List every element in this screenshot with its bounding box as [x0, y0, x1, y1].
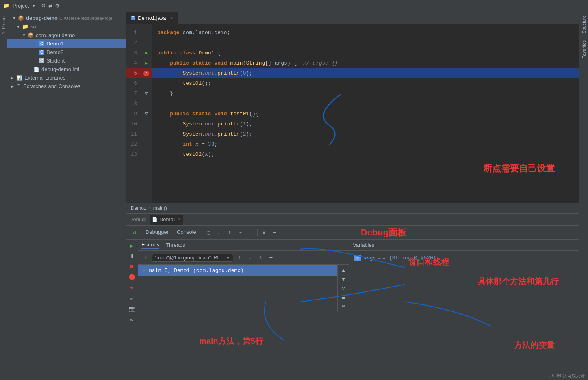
edit-btn[interactable]: ✏ — [128, 294, 137, 303]
thread-down-btn[interactable]: ↓ — [245, 253, 254, 262]
frame-name: main:5, Demo1 (com.lagou.demo) — [149, 268, 244, 274]
right-tab-structure[interactable]: Structure — [581, 12, 587, 37]
breadcrumb: Demo1 › main() — [126, 203, 579, 213]
frames-threads-panel: Frames Threads ✓ "main"@1 in group "main… — [138, 240, 349, 371]
code-line-12: int x = 33; — [157, 139, 579, 149]
demo2-label: Demo2 — [46, 49, 63, 55]
line-num-3: 3 — [126, 50, 140, 56]
camera-btn[interactable]: 📷 — [128, 304, 137, 313]
resume-btn[interactable]: ▶ — [128, 241, 137, 250]
toolbar-icon-3[interactable]: ⚙ — [55, 2, 59, 10]
debug-btn-frames[interactable]: ⊞ — [259, 228, 269, 238]
frames-btn-list[interactable]: ☰ — [339, 293, 347, 301]
right-tab-favorites[interactable]: Favorites — [581, 37, 587, 62]
breadcrumb-method: main() — [153, 205, 167, 211]
breadcrumb-file: Demo1 — [131, 205, 147, 211]
thread-add-btn[interactable]: + — [267, 253, 276, 262]
debug-btn-step-over[interactable]: ⬚ — [204, 228, 213, 238]
debug-btn-vars[interactable]: — — [270, 228, 280, 238]
top-bar: 📁 Project ▼ ⊕ ⇄ ⚙ — — [0, 0, 588, 12]
code-line-7: } — [157, 89, 579, 99]
toolbar-icon-1[interactable]: ⊕ — [41, 2, 45, 10]
debug-btn-run-cursor[interactable]: ⇥ — [235, 228, 245, 238]
tab-close-icon[interactable]: × — [170, 15, 174, 21]
debug-label: Debug: — [129, 216, 146, 222]
toolbar-icon-2[interactable]: ⇄ — [48, 2, 52, 10]
code-line-10: System.out.println(1); — [157, 119, 579, 129]
tree-item-package[interactable]: ▼ 📦 com.lagou.demo — [7, 31, 126, 39]
editor-tab-demo1[interactable]: C Demo1.java × — [126, 12, 178, 24]
thread-filter-btn[interactable]: ✓ — [141, 253, 150, 262]
line-num-10: 10 — [126, 121, 140, 127]
frames-threads-tabs: Frames Threads — [138, 240, 349, 251]
package-label: com.lagou.demo — [36, 32, 75, 38]
breakpoints-btn[interactable]: 🔴 — [128, 273, 137, 282]
tab-console[interactable]: Console — [173, 227, 200, 238]
frames-scroll-btn-3[interactable]: ▽ — [339, 284, 347, 292]
dropdown-arrow-icon[interactable]: ▼ — [32, 4, 35, 9]
tree-item-scratches[interactable]: ▶ 🗒 Scratches and Consoles — [7, 82, 126, 91]
thread-dropdown[interactable]: "main"@1 in group "main": RI... ▼ — [152, 254, 233, 262]
frames-btn-down[interactable]: ▼ — [339, 275, 347, 283]
breadcrumb-sep: › — [149, 205, 151, 211]
variables-list: p args = = {String[0]@520} — [349, 251, 579, 371]
debug-separator-1 — [257, 229, 258, 236]
left-side-labels: 1: Project — [0, 12, 7, 371]
arrow-icon: ▼ — [16, 24, 22, 29]
right-strip: Structure Favorites — [579, 12, 588, 371]
variables-header: Variables — [349, 240, 579, 251]
tab-threads[interactable]: Threads — [166, 242, 185, 248]
project-title[interactable]: Project — [13, 3, 29, 9]
java-file-icon: C — [131, 16, 135, 20]
tab-debugger[interactable]: Debugger — [141, 227, 173, 238]
arrow-icon: ▼ — [22, 33, 28, 37]
pause-btn[interactable]: ⏸ — [128, 252, 137, 261]
debug-session-close[interactable]: × — [178, 217, 181, 222]
var-item-args[interactable]: p args = = {String[0]@520} — [353, 253, 576, 262]
gutter-7-bookmark[interactable]: ▽ — [140, 91, 152, 96]
tab-frames[interactable]: Frames — [141, 242, 159, 249]
gutter-9-bookmark[interactable]: ▽ — [140, 112, 152, 116]
infinity-btn[interactable]: ∞ — [128, 315, 137, 324]
restart-btn[interactable]: ↺ — [129, 227, 140, 238]
line-num-2: 2 — [126, 40, 140, 45]
toolbar-icon-4[interactable]: — — [62, 2, 66, 9]
line-num-6: 6 — [126, 81, 140, 86]
student-label: Student — [46, 58, 65, 64]
project-icon: 📁 — [3, 3, 9, 9]
thread-up-btn[interactable]: ↑ — [235, 253, 244, 262]
debug-demo-path: C:\Users\Fredsu\IdeaProje — [59, 16, 112, 21]
line-num-5: 5 — [126, 71, 140, 76]
debug-btn-step-out[interactable]: ↑ — [225, 228, 234, 238]
tree-item-debug-demo[interactable]: ▼ 📦 debug-demo C:\Users\Fredsu\IdeaProje — [7, 14, 126, 22]
debug-session-tab[interactable]: 📄 Demo1 × — [150, 215, 183, 225]
thread-filter-icon[interactable]: ⚗ — [256, 253, 265, 262]
stop-btn[interactable]: ⏹ — [128, 262, 137, 271]
mute-btn[interactable]: ❤ — [128, 283, 137, 292]
code-line-8 — [157, 99, 579, 109]
tree-item-demo2[interactable]: C Demo2 — [7, 48, 126, 56]
code-line-3: public class Demo1 { — [157, 48, 579, 58]
tree-item-external-libs[interactable]: ▶ 📊 External Libraries — [7, 73, 126, 82]
frames-btn-up[interactable]: ▲ — [339, 266, 347, 274]
gutter-5-breakpoint[interactable]: ✓ — [140, 71, 152, 76]
tree-item-src[interactable]: ▼ 📁 src — [7, 22, 126, 31]
java-class-icon: C — [39, 41, 44, 46]
var-name: args — [363, 255, 376, 261]
frame-item-selected[interactable]: ✓ main:5, Demo1 (com.lagou.demo) — [138, 265, 349, 276]
project-label-vertical[interactable]: 1: Project — [0, 12, 7, 37]
tree-item-student[interactable]: C Student — [7, 56, 126, 65]
sidebar-tree: ▼ 📦 debug-demo C:\Users\Fredsu\IdeaProje… — [7, 12, 126, 371]
line-numbers-gutter: 1 2 3 ▶ 4 ▶ — [126, 24, 152, 203]
tree-item-demo1[interactable]: C Demo1 — [7, 39, 126, 48]
gutter-3-run[interactable]: ▶ — [140, 51, 152, 56]
gutter-4-run[interactable]: ▶ — [140, 61, 152, 66]
debug-content-area: ▶ ⏸ ⏹ 🔴 ❤ ✏ 📷 ∞ Frames — [126, 240, 579, 371]
debug-btn-eval[interactable]: ≡ — [246, 228, 256, 238]
frames-btn-infinity[interactable]: ∞ — [339, 302, 347, 310]
line-num-7: 7 — [126, 91, 140, 96]
tree-item-iml[interactable]: 📄 debug-demo.iml — [7, 65, 126, 73]
code-content[interactable]: package com.lagou.demo; public class Dem… — [152, 24, 579, 203]
debug-demo-label: debug-demo — [26, 15, 58, 21]
debug-btn-step-into[interactable]: ↓ — [214, 228, 224, 238]
